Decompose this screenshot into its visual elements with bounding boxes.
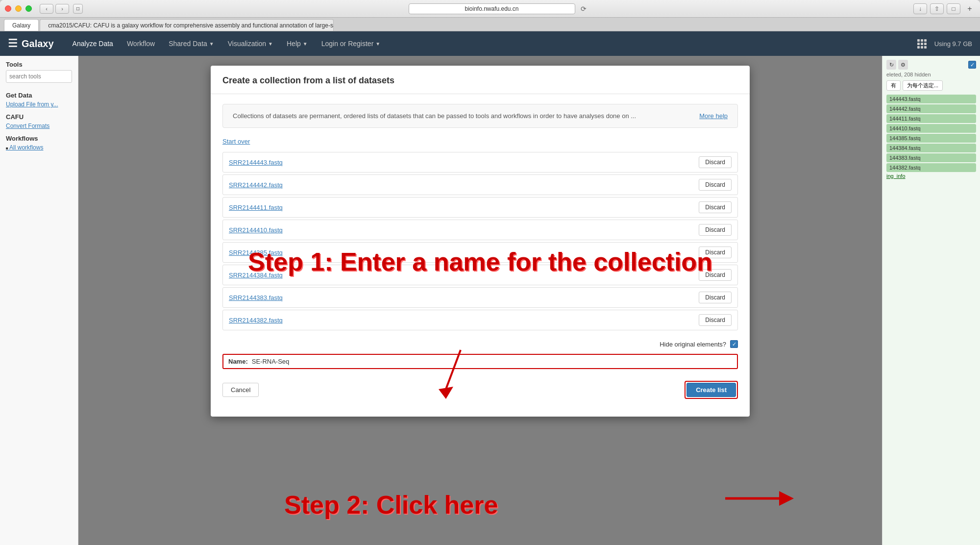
table-row: SRR2144411.fastq Discard [222,197,738,218]
dialog-footer: Cancel Create list [222,377,738,403]
settings-icon[interactable]: ⚙ [898,60,908,70]
dataset-name-5[interactable]: SRR2144384.fastq [229,272,699,279]
create-list-button[interactable]: Create list [686,383,736,397]
table-row: SRR2144384.fastq Discard [222,265,738,285]
dataset-name-4[interactable]: SRR2144385.fastq [229,249,699,256]
forward-button[interactable]: › [55,4,69,14]
galaxy-nav: ☰ Galaxy Analyze Data Workflow Shared Da… [0,31,980,56]
list-item: 144411.fastq [886,114,976,123]
discard-button-0[interactable]: Discard [699,156,732,168]
galaxy-logo-icon: ☰ [8,37,18,50]
list-item: 144382.fastq [886,163,976,172]
list-item: 144410.fastq [886,124,976,133]
url-input[interactable] [409,3,575,14]
workflows-label: Workflows [6,135,72,142]
reload-button[interactable]: ⟳ [579,4,588,13]
cancel-button[interactable]: Cancel [222,383,259,397]
sidebar-tools-title: Tools [6,61,72,68]
right-panel-status: eleted, 208 hidden [886,72,976,77]
tab-bar: Galaxy cma2015/CAFU: CAFU is a galaxy wo… [0,18,980,31]
center-content: Create a collection from a list of datas… [78,56,882,545]
discard-button-5[interactable]: Discard [699,269,732,281]
minimize-button[interactable] [15,5,22,12]
login-caret: ▼ [375,41,380,47]
new-tab-button[interactable]: + [964,3,975,14]
table-row: SRR2144383.fastq Discard [222,287,738,308]
info-text: Collections of datasets are permanent, o… [233,112,636,120]
list-item: 144443.fastq [886,95,976,103]
table-row: SRR2144382.fastq Discard [222,310,738,330]
visualization-caret: ▼ [268,41,273,47]
dataset-name-3[interactable]: SRR2144410.fastq [229,226,699,234]
discard-button-3[interactable]: Discard [699,224,732,236]
hide-original-row: Hide original elements? ✓ [222,340,738,348]
name-label: Name: [228,358,248,365]
dialog-overlay: Create a collection from a list of datas… [78,56,882,545]
list-item: 144442.fastq [886,104,976,113]
usage-label: Using 9.7 GB [934,40,972,48]
discard-button-4[interactable]: Discard [699,247,732,258]
close-button[interactable] [5,5,11,12]
url-bar: ⟳ [87,3,909,14]
dialog-title: Create a collection from a list of datas… [222,75,738,86]
grid-icon[interactable] [915,37,929,50]
table-row: SRR2144410.fastq Discard [222,220,738,240]
maximize-button[interactable] [25,5,32,12]
dataset-name-0[interactable]: SRR2144443.fastq [229,159,699,166]
list-item: 144385.fastq [886,134,976,143]
discard-button-2[interactable]: Discard [699,201,732,213]
hide-original-label: Hide original elements? [660,341,726,348]
table-row: SRR2144385.fastq Discard [222,242,738,263]
tab-cafu[interactable]: cma2015/CAFU: CAFU is a galaxy workflow … [40,19,334,31]
nav-right: Using 9.7 GB [915,37,972,50]
sidebar-section-tools: Tools Get Data Upload File from y... CAF… [0,61,78,151]
table-row: SRR2144442.fastq Discard [222,174,738,195]
galaxy-logo: ☰ Galaxy [8,37,54,50]
search-tools-input[interactable] [6,70,72,83]
hide-original-checkbox[interactable]: ✓ [730,340,738,348]
start-over-link[interactable]: Start over [222,138,250,145]
nav-shared-data[interactable]: Shared Data ▼ [162,31,221,56]
info-box: Collections of datasets are permanent, o… [222,104,738,128]
all-workflows-link[interactable]: All workflows [6,144,43,151]
right-panel-btn2[interactable]: 为每个选定... [903,80,943,91]
shared-data-caret: ▼ [209,41,214,47]
refresh-icon[interactable]: ↻ [886,60,896,70]
dataset-name-1[interactable]: SRR2144442.fastq [229,181,699,189]
download-button[interactable]: ↓ [913,3,927,14]
list-item: 144384.fastq [886,144,976,152]
fullscreen-button[interactable]: □ [947,3,960,14]
convert-formats-link[interactable]: Convert Formats [6,122,72,130]
discard-button-1[interactable]: Discard [699,179,732,191]
nav-analyze-data[interactable]: Analyze Data [66,31,120,56]
window-icon: □ [73,4,83,14]
dialog-body: Collections of datasets are permanent, o… [211,94,750,417]
dataset-name-2[interactable]: SRR2144411.fastq [229,204,699,211]
dataset-name-7[interactable]: SRR2144382.fastq [229,317,699,324]
create-collection-dialog: Create a collection from a list of datas… [211,66,750,417]
dataset-name-6[interactable]: SRR2144383.fastq [229,294,699,301]
right-panel-bottom-link[interactable]: ing_info [886,173,976,179]
right-panel: ↻ ⚙ ✓ eleted, 208 hidden 有 为每个选定... 1444… [882,56,980,545]
list-item: 144383.fastq [886,153,976,162]
tab-galaxy[interactable]: Galaxy [4,19,39,31]
back-button[interactable]: ‹ [40,4,53,14]
collection-name-input[interactable] [252,358,732,365]
mac-titlebar: ‹ › □ ⟳ ↓ ⇧ □ + [0,0,980,18]
dataset-list: SRR2144443.fastq Discard SRR2144442.fast… [222,152,738,330]
nav-login-register[interactable]: Login or Register ▼ [315,31,388,56]
share-button[interactable]: ⇧ [930,3,944,14]
nav-help[interactable]: Help ▼ [280,31,315,56]
nav-visualization[interactable]: Visualization ▼ [221,31,280,56]
nav-items: Analyze Data Workflow Shared Data ▼ Visu… [66,31,915,56]
app: ☰ Galaxy Analyze Data Workflow Shared Da… [0,31,980,545]
discard-button-6[interactable]: Discard [699,292,732,303]
discard-button-7[interactable]: Discard [699,314,732,326]
upload-file-link[interactable]: Upload File from y... [6,100,72,108]
right-panel-btn1[interactable]: 有 [886,80,901,91]
select-all-checkbox[interactable]: ✓ [968,61,976,69]
more-help-link[interactable]: More help [699,112,728,120]
bottom-controls: Hide original elements? ✓ Name: Cancel C [222,332,738,407]
get-data-label: Get Data [6,92,72,99]
nav-workflow[interactable]: Workflow [120,31,162,56]
